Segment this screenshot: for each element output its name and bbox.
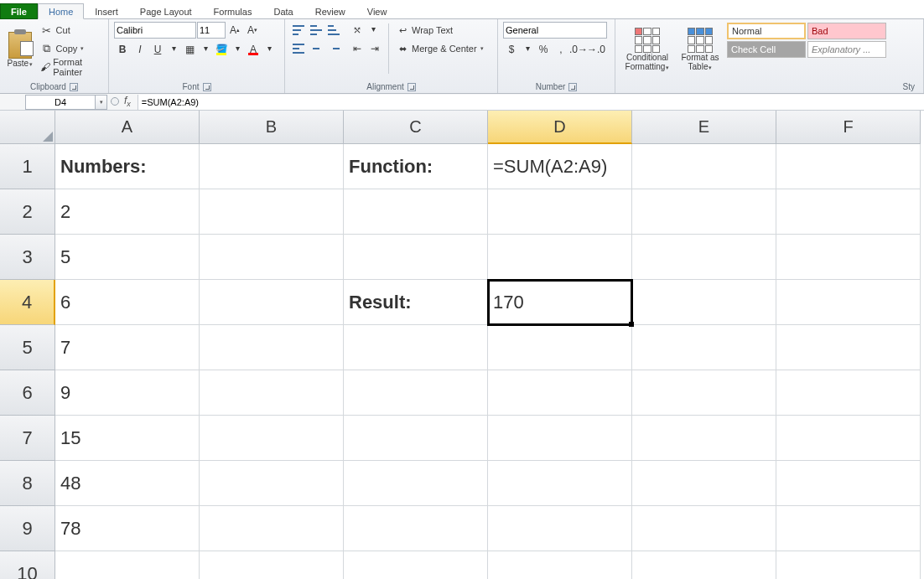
fill-color-menu[interactable]: ▾ [231,41,244,54]
style-bad[interactable]: Bad [807,23,886,39]
cell-E3[interactable] [632,235,776,280]
fx-button[interactable]: fx [121,95,134,108]
cell-C8[interactable] [344,461,488,506]
conditional-formatting-button[interactable]: Conditional Formatting▾ [620,22,674,77]
cell-A9[interactable]: 78 [55,506,200,551]
cell-C10[interactable] [344,551,488,579]
col-header-D[interactable]: D [488,111,632,144]
cell-F10[interactable] [776,551,921,579]
cell-D5[interactable] [488,325,632,370]
cell-B8[interactable] [200,461,344,506]
align-bottom-button[interactable] [325,22,342,39]
shrink-font-button[interactable]: A▾ [244,22,261,39]
cell-A3[interactable]: 5 [55,235,200,280]
cut-button[interactable]: Cut [39,22,103,39]
copy-button[interactable]: Copy▾ [39,40,103,57]
cell-E6[interactable] [632,370,776,416]
align-top-button[interactable] [290,22,307,39]
cell-B7[interactable] [200,416,344,461]
cell-E10[interactable] [632,551,776,579]
style-check-cell[interactable]: Check Cell [727,41,806,58]
cell-A10[interactable] [55,551,200,579]
align-left-button[interactable] [290,40,307,57]
increase-indent-button[interactable]: ⇥ [366,40,383,57]
merge-center-button[interactable]: ⬌Merge & Center▾ [394,40,485,57]
cell-B2[interactable] [200,189,344,235]
clipboard-dialog-launcher[interactable] [70,83,78,91]
cell-A6[interactable]: 9 [55,370,200,416]
cell-E5[interactable] [632,325,776,370]
cell-F4[interactable] [776,280,921,325]
tab-insert[interactable]: Insert [84,3,129,19]
cell-B4[interactable] [200,280,344,325]
accounting-format-button[interactable]: $ [503,41,520,58]
select-all-corner[interactable] [0,111,55,144]
cell-E8[interactable] [632,461,776,506]
cell-A4[interactable]: 6 [55,280,200,325]
format-as-table-button[interactable]: Format as Table▾ [677,22,723,77]
tab-data[interactable]: Data [262,3,304,19]
col-header-A[interactable]: A [55,111,200,144]
row-header-3[interactable]: 3 [0,235,55,280]
wrap-text-button[interactable]: ↩Wrap Text [394,22,485,39]
cell-C1[interactable]: Function: [344,144,488,189]
bold-button[interactable]: B [114,41,131,58]
format-painter-button[interactable]: Format Painter [39,59,103,75]
cell-D7[interactable] [488,416,632,461]
cell-D4[interactable]: 170 [488,280,632,325]
style-explanatory[interactable]: Explanatory ... [807,41,886,58]
tab-view[interactable]: View [356,3,398,19]
cell-A5[interactable]: 7 [55,325,200,370]
orientation-button[interactable]: ⤲ [349,22,366,39]
row-header-4[interactable]: 4 [0,280,55,325]
alignment-dialog-launcher[interactable] [407,83,416,91]
cell-B9[interactable] [200,506,344,551]
col-header-F[interactable]: F [776,111,921,144]
cell-F8[interactable] [776,461,921,506]
row-header-8[interactable]: 8 [0,461,55,506]
cell-B6[interactable] [200,370,344,416]
font-size-input[interactable] [197,22,226,39]
col-header-C[interactable]: C [344,111,488,144]
style-normal[interactable]: Normal [727,23,806,39]
cell-F2[interactable] [776,189,921,235]
align-center-button[interactable] [308,40,324,57]
cell-D10[interactable] [488,551,632,579]
cell-C9[interactable] [344,506,488,551]
spreadsheet-grid[interactable]: ABCDEF1Numbers:Function:=SUM(A2:A9)22354… [0,111,924,579]
cell-E2[interactable] [632,189,776,235]
cell-D1[interactable]: =SUM(A2:A9) [488,144,632,189]
tab-formulas[interactable]: Formulas [203,3,263,19]
cell-C7[interactable] [344,416,488,461]
row-header-6[interactable]: 6 [0,370,55,416]
cell-B3[interactable] [200,235,344,280]
tab-page-layout[interactable]: Page Layout [129,3,203,19]
row-header-7[interactable]: 7 [0,416,55,461]
formula-bar-handle[interactable] [111,97,119,106]
name-box-dropdown[interactable]: ▾ [96,95,107,110]
cell-F6[interactable] [776,370,921,416]
cell-D2[interactable] [488,189,632,235]
cell-D8[interactable] [488,461,632,506]
cell-F3[interactable] [776,235,921,280]
cell-E4[interactable] [632,280,776,325]
cell-B1[interactable] [200,144,344,189]
row-header-1[interactable]: 1 [0,144,55,189]
row-header-9[interactable]: 9 [0,506,55,551]
decrease-indent-button[interactable]: ⇤ [349,40,366,57]
font-color-button[interactable]: A [245,41,262,58]
fill-color-button[interactable]: 🪣 [213,41,230,58]
italic-button[interactable]: I [132,41,148,58]
border-button[interactable]: ▦ [181,41,198,58]
cell-E1[interactable] [632,144,776,189]
cell-C5[interactable] [344,325,488,370]
number-format-select[interactable] [503,22,607,39]
orientation-menu[interactable]: ▾ [366,22,380,35]
cell-D3[interactable] [488,235,632,280]
cell-D6[interactable] [488,370,632,416]
cell-C3[interactable] [344,235,488,280]
cell-B5[interactable] [200,325,344,370]
underline-menu[interactable]: ▾ [167,41,180,54]
number-dialog-launcher[interactable] [568,83,577,91]
col-header-E[interactable]: E [632,111,776,144]
